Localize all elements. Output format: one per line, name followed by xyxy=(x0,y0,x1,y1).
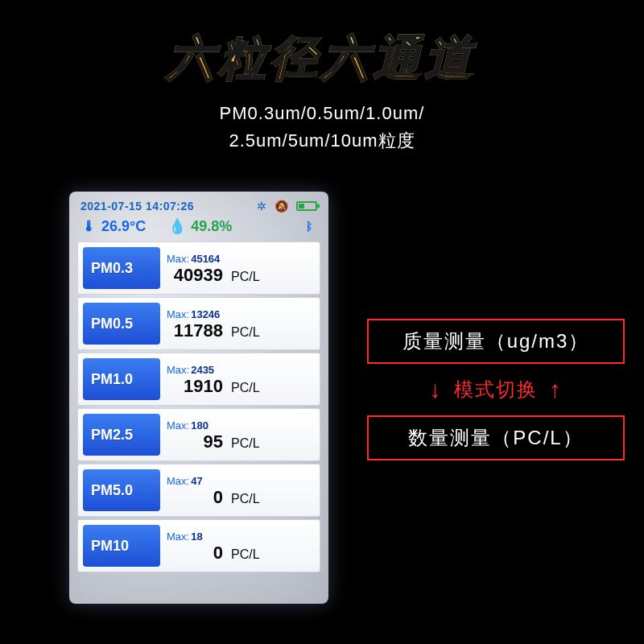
pm-chip: PM1.0 xyxy=(83,358,160,400)
pm-row: PM0.3 Max:45164 40939PC/L xyxy=(77,242,320,295)
reading-value: 40939 xyxy=(167,265,223,286)
subtitle-line-1: PM0.3um/0.5um/1.0um/ xyxy=(0,103,644,124)
thermometer-icon: 🌡 xyxy=(82,218,97,235)
device-screen: 2021-07-15 14:07:26 ✲ 🔕 🌡 26.9°C 💧 49.8%… xyxy=(69,192,328,604)
datetime: 2021-07-15 14:07:26 xyxy=(80,200,194,213)
status-bar: 2021-07-15 14:07:26 ✲ 🔕 xyxy=(77,198,320,217)
max-label: Max: xyxy=(167,530,189,543)
max-label: Max: xyxy=(167,253,189,265)
mode-switch-label: 模式切换 xyxy=(454,377,538,402)
max-label: Max: xyxy=(167,475,189,487)
mode-switch-row: ↓ 模式切换 ↑ xyxy=(367,364,625,415)
headline: 六粒径六通道 xyxy=(0,0,644,90)
reading-unit: PC/L xyxy=(231,270,260,284)
reading-value: 95 xyxy=(167,431,223,452)
pm-chip: PM0.3 xyxy=(83,247,160,289)
pm-row: PM1.0 Max:2435 1910PC/L xyxy=(77,353,320,406)
max-label: Max: xyxy=(167,419,189,431)
max-value: 180 xyxy=(191,419,208,431)
alarm-muted-icon: 🔕 xyxy=(275,200,288,213)
pm-row: PM0.5 Max:13246 11788PC/L xyxy=(77,297,320,350)
environment-bar: 🌡 26.9°C 💧 49.8% ᛒ xyxy=(77,217,320,242)
side-panel: 质量测量（ug/m3） ↓ 模式切换 ↑ 数量测量（PC/L） xyxy=(367,319,625,460)
max-value: 2435 xyxy=(191,364,214,376)
reading-unit: PC/L xyxy=(231,547,260,562)
pm-chip: PM0.5 xyxy=(83,303,160,345)
count-mode-box: 数量测量（PC/L） xyxy=(367,415,625,460)
reading-unit: PC/L xyxy=(231,492,260,506)
subtitle-line-2: 2.5um/5um/10um粒度 xyxy=(0,129,644,153)
bluetooth-icon: ᛒ xyxy=(306,220,316,233)
pm-row: PM2.5 Max:180 95PC/L xyxy=(77,408,320,461)
max-label: Max: xyxy=(167,364,189,376)
reading-unit: PC/L xyxy=(231,381,260,395)
reading-value: 11788 xyxy=(167,320,223,341)
pm-rows: PM0.3 Max:45164 40939PC/L PM0.5 Max:1324… xyxy=(77,242,320,572)
fan-icon: ✲ xyxy=(257,200,266,213)
arrow-down-icon: ↓ xyxy=(429,378,443,402)
reading-unit: PC/L xyxy=(231,436,260,451)
pm-row: PM5.0 Max:47 0PC/L xyxy=(77,464,320,517)
pm-chip: PM5.0 xyxy=(83,469,160,511)
humidity-value: 49.8% xyxy=(191,218,232,235)
arrow-up-icon: ↑ xyxy=(549,378,563,402)
temperature-value: 26.9°C xyxy=(101,218,146,235)
pm-chip: PM2.5 xyxy=(83,414,160,456)
battery-icon xyxy=(296,201,317,211)
pm-row: PM10 Max:18 0PC/L xyxy=(77,519,320,572)
pm-chip: PM10 xyxy=(83,525,160,567)
max-value: 47 xyxy=(191,475,202,487)
reading-value: 0 xyxy=(167,487,223,508)
max-value: 13246 xyxy=(191,308,220,320)
humidity-icon: 💧 xyxy=(168,217,186,235)
reading-value: 1910 xyxy=(167,376,223,397)
max-label: Max: xyxy=(167,308,189,320)
reading-unit: PC/L xyxy=(231,325,260,340)
temperature-readout: 🌡 26.9°C xyxy=(82,218,146,235)
humidity-readout: 💧 49.8% xyxy=(168,217,232,235)
max-value: 45164 xyxy=(191,253,220,265)
mass-mode-box: 质量测量（ug/m3） xyxy=(367,319,625,364)
reading-value: 0 xyxy=(167,543,223,564)
max-value: 18 xyxy=(191,530,202,543)
